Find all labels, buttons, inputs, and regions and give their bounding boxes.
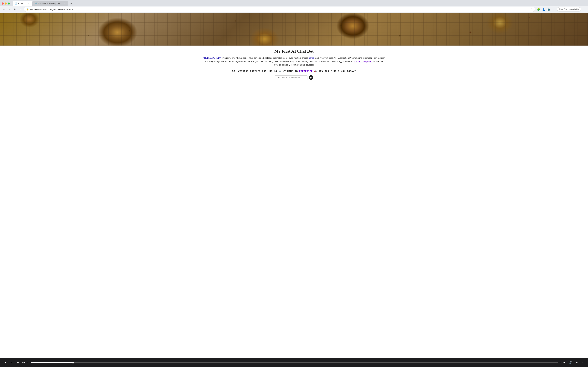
- tab-ai-label: AI.html: [18, 2, 24, 5]
- tabs-bar: 📄 AI.html ✕ ⚙️ Frontend Simplified | The…: [11, 1, 586, 6]
- tab-frontend[interactable]: ⚙️ Frontend Simplified | The BE... ✕: [32, 1, 69, 6]
- close-button[interactable]: [2, 2, 4, 5]
- tab-ai[interactable]: 📄 AI.html ✕: [13, 1, 32, 6]
- address-text: file:///Users/supercodingninja/Desktop/A…: [30, 8, 529, 11]
- bookmark-icon[interactable]: ☆: [530, 8, 533, 11]
- chat-input[interactable]: [275, 75, 307, 80]
- game-link[interactable]: game: [309, 57, 314, 59]
- page-content: My First AI Chat Bot "HELLO,WORLD!" This…: [0, 13, 588, 358]
- tab-ai-favicon: 📄: [15, 2, 17, 5]
- tab-frontend-close[interactable]: ✕: [63, 2, 66, 5]
- more-tools-icon[interactable]: ⋮: [552, 7, 556, 12]
- browser-titlebar: 📄 AI.html ✕ ⚙️ Frontend Simplified | The…: [0, 0, 588, 6]
- back-button[interactable]: ←: [2, 7, 6, 12]
- new-tab-button[interactable]: +: [69, 1, 74, 6]
- grid-overlay: [0, 13, 588, 46]
- traffic-lights: [2, 2, 10, 5]
- input-area: ▶: [202, 75, 386, 80]
- tab-frontend-label: Frontend Simplified | The BE...: [38, 2, 62, 5]
- maximize-button[interactable]: [8, 2, 10, 5]
- page-title: My First AI Chat Bot: [202, 49, 386, 54]
- tab-ai-close[interactable]: ✕: [27, 2, 30, 5]
- reload-button[interactable]: ↻: [13, 7, 17, 12]
- secure-icon: 🔒: [26, 8, 29, 10]
- browser-chrome: 📄 AI.html ✕ ⚙️ Frontend Simplified | The…: [0, 0, 588, 13]
- toolbar-right: 🧩 👤 📺 ⋮ New Chrome available ⋮: [536, 7, 586, 12]
- profile-icon[interactable]: 👤: [541, 7, 546, 12]
- greeting-name-link[interactable]: Frederick: [299, 70, 313, 73]
- greeting-line: So, without further ado, hello 🤖 my name…: [202, 70, 386, 73]
- hero-image: [0, 13, 588, 46]
- page-body: My First AI Chat Bot "HELLO,WORLD!" This…: [196, 46, 392, 91]
- greeting-part2: 🤖 How can I help you today?: [313, 70, 356, 73]
- extensions-icon[interactable]: 🧩: [536, 7, 541, 12]
- greeting-part1: So, without further ado, hello 🤖 my name…: [232, 70, 299, 73]
- tab-frontend-favicon: ⚙️: [35, 2, 37, 5]
- new-chrome-button[interactable]: New Chrome available: [557, 7, 581, 11]
- address-bar[interactable]: 🔒 file:///Users/supercodingninja/Desktop…: [24, 7, 535, 12]
- forward-button[interactable]: →: [7, 7, 12, 12]
- intro-text: "HELLO,WORLD!" This is my first AI chat …: [202, 56, 386, 67]
- submit-icon: ▶: [310, 76, 312, 79]
- submit-button[interactable]: ▶: [309, 75, 313, 80]
- frontend-simplified-link[interactable]: Frontend Simplified: [354, 60, 372, 63]
- cast-icon[interactable]: 📺: [546, 7, 551, 12]
- new-chrome-label: New Chrome available: [559, 8, 579, 10]
- home-button[interactable]: ⌂: [18, 7, 23, 12]
- menu-icon[interactable]: ⋮: [582, 7, 586, 12]
- hello-world-link[interactable]: "HELLO,WORLD!": [203, 57, 221, 59]
- browser-toolbar: ← → ↻ ⌂ 🔒 file:///Users/supercodingninja…: [0, 6, 588, 13]
- minimize-button[interactable]: [5, 2, 7, 5]
